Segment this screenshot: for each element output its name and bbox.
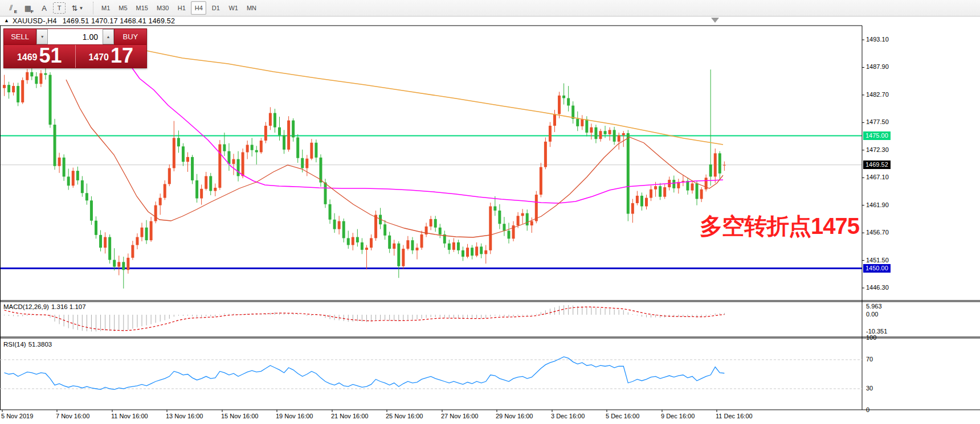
timeframe-button-m15[interactable]: M15: [133, 1, 152, 15]
time-axis-label: 29 Nov 16:00: [496, 413, 533, 419]
macd-axis-label: 0.00: [866, 311, 878, 318]
symbol-label: XAUUSD-,H4: [13, 17, 57, 25]
timeframe-button-m5[interactable]: M5: [115, 1, 130, 15]
sell-price-small: 1469: [17, 49, 38, 66]
fibo-sub: F: [31, 9, 34, 14]
rsi-axis-label: 0: [866, 406, 869, 413]
time-axis-label: 7 Nov 16:00: [56, 413, 89, 419]
ohlc-values: 1469.51 1470.17 1468.41 1469.52: [63, 17, 175, 25]
macd-axis-label: 5.963: [866, 303, 882, 310]
time-axis-label: 11 Nov 16:00: [111, 413, 148, 419]
macd-indicator-label: MACD(12,26,9)1.316 1.107: [3, 303, 86, 310]
buy-price-small: 1470: [88, 49, 109, 66]
price-axis-label: 1487.90: [866, 63, 889, 70]
time-axis-label: 3 Dec 16:00: [551, 413, 585, 419]
channel-sub: E: [14, 9, 17, 14]
macd-current-values: 1.316 1.107: [51, 303, 86, 310]
time-axis-label: 11 Dec 16:00: [716, 413, 753, 419]
volume-input[interactable]: [48, 29, 103, 44]
rsi-name: RSI(14): [3, 341, 26, 348]
toolbar-separator: [93, 2, 93, 14]
sell-button[interactable]: SELL: [4, 29, 36, 44]
sell-price-display[interactable]: 1469 51: [4, 45, 76, 68]
chart-title: XAUUSD-,H41469.51 1470.17 1468.41 1469.5…: [13, 17, 175, 25]
timeframe-button-d1[interactable]: D1: [208, 1, 223, 15]
rsi-axis-label: 100: [866, 334, 876, 341]
channel-glyph: ⫽: [10, 3, 13, 13]
time-axis-label: 5 Dec 16:00: [606, 413, 639, 419]
time-axis-label: 21 Nov 16:00: [331, 413, 368, 419]
collapse-trade-panel-icon[interactable]: ▲: [4, 18, 9, 23]
price-axis-label: 1446.30: [866, 284, 889, 291]
resistance-price-badge: 1475.00: [863, 131, 891, 140]
chart-shift-marker[interactable]: [711, 18, 719, 23]
timeframe-button-m1[interactable]: M1: [98, 1, 113, 15]
chart-header: ▲ XAUUSD-,H41469.51 1470.17 1468.41 1469…: [0, 17, 980, 26]
rsi-indicator-label: RSI(14)51.3803: [3, 341, 52, 348]
price-axis-label: 1451.50: [866, 257, 889, 264]
price-axis-label: 1482.70: [866, 91, 889, 98]
rsi-current-value: 51.3803: [28, 341, 52, 348]
price-axis-label: 1461.90: [866, 201, 889, 208]
sell-price-big: 51: [39, 46, 62, 66]
buy-price-display[interactable]: 1470 17: [76, 45, 147, 68]
price-axis-label: 1477.50: [866, 118, 889, 125]
timeframe-group: M1M5M15M30H1H4D1W1MN: [98, 1, 262, 15]
chevron-down-icon: ▼: [79, 6, 83, 11]
time-axis-label: 13 Nov 16:00: [166, 413, 203, 419]
timeframe-button-m30[interactable]: M30: [153, 1, 172, 15]
timeframe-button-h4[interactable]: H4: [191, 1, 206, 15]
toolbar: ⫽E ▦F A T ⇅▼ M1M5M15M30H1H4D1W1MN: [0, 0, 980, 17]
timeframe-button-h1[interactable]: H1: [174, 1, 189, 15]
macd-axis-label: -10.351: [866, 328, 887, 335]
time-axis-label: 15 Nov 16:00: [221, 413, 258, 419]
price-axis-label: 1472.30: [866, 146, 889, 153]
support-price-badge: 1450.00: [863, 264, 891, 273]
price-axis-label: 1456.70: [866, 229, 889, 236]
chart-text-annotation: 多空转折点1475: [700, 211, 859, 242]
text-label-icon[interactable]: T: [53, 2, 66, 14]
buy-price-big: 17: [111, 46, 133, 66]
timeframe-button-mn[interactable]: MN: [243, 1, 260, 15]
volume-increase-button[interactable]: ▲: [103, 29, 114, 44]
volume-decrease-button[interactable]: ▼: [36, 29, 48, 44]
rsi-axis-label: 70: [866, 356, 873, 363]
time-axis-label: 19 Nov 16:00: [276, 413, 313, 419]
time-axis-label: 27 Nov 16:00: [441, 413, 478, 419]
time-axis-label: 25 Nov 16:00: [386, 413, 423, 419]
price-axis-label: 1467.10: [866, 174, 889, 180]
fibo-glyph: ▦: [24, 4, 31, 13]
fibonacci-icon[interactable]: ▦F: [20, 1, 35, 15]
one-click-trading-panel: SELL ▼ ▲ BUY 1469 51 1470 17: [3, 28, 147, 68]
rsi-axis-label: 30: [866, 385, 873, 392]
mt4-window: ⫽E ▦F A T ⇅▼ M1M5M15M30H1H4D1W1MN ▲ XAUU…: [0, 0, 980, 424]
equidistant-channel-icon[interactable]: ⫽E: [3, 1, 19, 15]
time-axis-label: 5 Nov 2019: [1, 413, 33, 419]
current-price-badge: 1469.52: [863, 160, 891, 169]
timeframe-button-w1[interactable]: W1: [225, 1, 242, 15]
arrows-icon[interactable]: ⇅▼: [67, 1, 88, 15]
macd-name: MACD(12,26,9): [3, 303, 49, 310]
text-icon[interactable]: A: [36, 1, 52, 15]
price-axis-label: 1493.10: [866, 36, 889, 43]
buy-button[interactable]: BUY: [114, 29, 146, 44]
time-axis-label: 9 Dec 16:00: [661, 413, 695, 419]
